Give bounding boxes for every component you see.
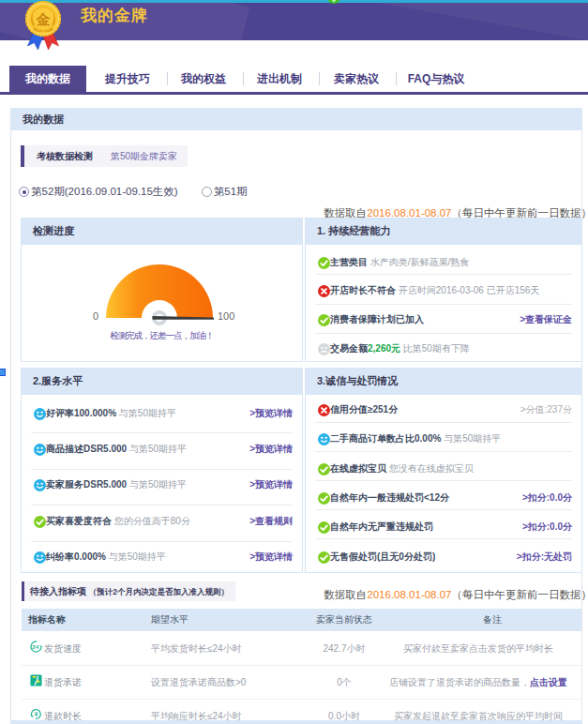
svg-text:金: 金 xyxy=(36,12,52,27)
svg-text:¥: ¥ xyxy=(35,711,38,717)
svg-text:24: 24 xyxy=(32,643,38,650)
